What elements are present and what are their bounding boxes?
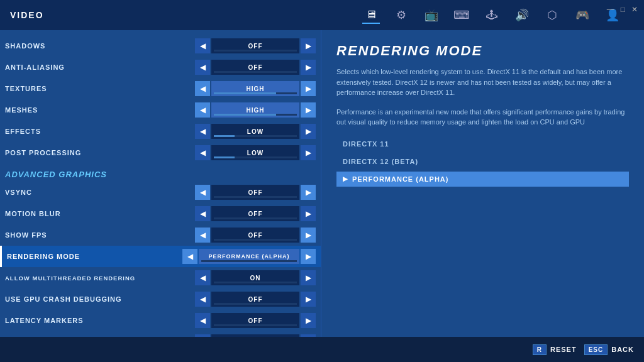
motion-blur-value: OFF [211, 206, 299, 221]
control-shadows: ◀ OFF ▶ [195, 38, 316, 53]
nvidia-reflex-decrease-button[interactable]: ◀ [195, 334, 210, 337]
option-arrow-icon: ▶ [343, 175, 348, 182]
setting-meshes[interactable]: MESHES ◀ HIGH ▶ [0, 99, 321, 121]
back-key-badge: ESC [584, 344, 608, 355]
reset-key-badge: R [533, 344, 547, 355]
motion-blur-decrease-button[interactable]: ◀ [195, 206, 210, 221]
shadows-increase-button[interactable]: ▶ [301, 38, 316, 53]
nvidia-reflex-increase-button[interactable]: ▶ [301, 334, 316, 337]
vsync-value: OFF [211, 185, 299, 200]
top-bar: VIDEO 🖥 ⚙ 📺 ⌨ 🕹 🔊 ⬡ 🎮 👤 — □ ✕ [0, 0, 644, 30]
control-textures: ◀ HIGH ▶ [195, 81, 316, 96]
setting-label-latency-markers: LATENCY MARKERS [5, 317, 195, 324]
control-meshes: ◀ HIGH ▶ [195, 102, 316, 118]
vsync-decrease-button[interactable]: ◀ [195, 185, 210, 200]
setting-label-effects: EFFECTS [5, 128, 195, 135]
textures-value: HIGH [211, 81, 299, 96]
rendering-mode-increase-button[interactable]: ▶ [301, 249, 316, 264]
setting-post-processing[interactable]: POST PROCESSING ◀ LOW ▶ [0, 142, 321, 163]
nav-settings-icon[interactable]: ⚙ [392, 6, 410, 24]
post-processing-value: LOW [211, 145, 299, 160]
control-latency-markers: ◀ OFF ▶ [195, 313, 316, 328]
setting-shadows[interactable]: SHADOWS ◀ OFF ▶ [0, 35, 321, 57]
close-button[interactable]: ✕ [631, 5, 638, 14]
option-directx12[interactable]: DIRECTX 12 (BETA) [336, 154, 629, 169]
nav-controller-icon[interactable]: 🎮 [574, 6, 591, 24]
meshes-increase-button[interactable]: ▶ [301, 102, 316, 118]
control-effects: ◀ LOW ▶ [195, 124, 316, 139]
setting-effects[interactable]: EFFECTS ◀ LOW ▶ [0, 121, 321, 142]
reset-button[interactable]: R RESET [533, 344, 577, 355]
anti-aliasing-value: OFF [211, 60, 299, 75]
setting-motion-blur[interactable]: MOTION BLUR ◀ OFF ▶ [0, 203, 321, 224]
control-multithreaded-rendering: ◀ ON ▶ [195, 270, 316, 285]
option-performance-alpha[interactable]: ▶ PERFORMANCE (ALPHA) [336, 172, 629, 187]
nav-network-icon[interactable]: ⬡ [543, 6, 561, 24]
setting-label-vsync: VSYNC [5, 189, 195, 196]
reset-label: RESET [550, 346, 577, 353]
nav-monitor-icon[interactable]: 🖥 [362, 6, 380, 24]
bottom-bar: R RESET ESC BACK [0, 337, 644, 362]
back-label: BACK [611, 346, 634, 353]
info-desc-1: Selects which low-level rendering system… [336, 67, 629, 98]
textures-increase-button[interactable]: ▶ [301, 81, 316, 96]
show-fps-value: OFF [211, 228, 299, 243]
maximize-button[interactable]: □ [621, 5, 625, 14]
shadows-decrease-button[interactable]: ◀ [195, 38, 210, 53]
multithreaded-decrease-button[interactable]: ◀ [195, 270, 210, 285]
gpu-crash-value: OFF [211, 292, 299, 307]
setting-show-fps[interactable]: SHOW FPS ◀ OFF ▶ [0, 224, 321, 246]
setting-label-gpu-crash: USE GPU CRASH DEBUGGING [5, 295, 195, 303]
vsync-increase-button[interactable]: ▶ [301, 185, 316, 200]
setting-gpu-crash[interactable]: USE GPU CRASH DEBUGGING ◀ OFF ▶ [0, 288, 321, 310]
info-title: RENDERING MODE [336, 43, 629, 59]
back-button[interactable]: ESC BACK [584, 344, 634, 355]
latency-markers-increase-button[interactable]: ▶ [301, 313, 316, 328]
rendering-mode-value: PERFORMANCE (ALPHA) [199, 249, 299, 264]
setting-latency-markers[interactable]: LATENCY MARKERS ◀ OFF ▶ [0, 310, 321, 331]
gpu-crash-increase-button[interactable]: ▶ [301, 292, 316, 307]
post-processing-increase-button[interactable]: ▶ [301, 145, 316, 160]
setting-nvidia-reflex[interactable]: NVIDIA REFLEX LOW LATENCY ◀ OFF ▶ [0, 331, 321, 337]
nav-display-icon[interactable]: 📺 [423, 6, 440, 24]
nav-audio-icon[interactable]: 🔊 [513, 6, 531, 24]
gpu-crash-decrease-button[interactable]: ◀ [195, 292, 210, 307]
option-directx11[interactable]: DIRECTX 11 [336, 136, 629, 151]
textures-decrease-button[interactable]: ◀ [195, 81, 210, 96]
multithreaded-increase-button[interactable]: ▶ [301, 270, 316, 285]
setting-label-motion-blur: MOTION BLUR [5, 210, 195, 217]
rendering-mode-decrease-button[interactable]: ◀ [182, 249, 197, 264]
show-fps-decrease-button[interactable]: ◀ [195, 228, 210, 243]
setting-label-shadows: SHADOWS [5, 42, 195, 50]
post-processing-decrease-button[interactable]: ◀ [195, 145, 210, 160]
advanced-graphics-header: ADVANCED GRAPHICS [0, 163, 321, 182]
effects-increase-button[interactable]: ▶ [301, 124, 316, 139]
option-directx11-label: DIRECTX 11 [343, 140, 389, 148]
window-controls: — □ ✕ [607, 5, 638, 14]
main-content: SHADOWS ◀ OFF ▶ ANTI-ALIASING ◀ OFF ▶ [0, 30, 644, 337]
control-post-processing: ◀ LOW ▶ [195, 145, 316, 160]
setting-rendering-mode[interactable]: RENDERING MODE ◀ PERFORMANCE (ALPHA) ▶ [0, 246, 321, 267]
minimize-button[interactable]: — [607, 5, 614, 14]
setting-label-multithreaded-rendering: ALLOW MULTITHREADED RENDERING [5, 275, 195, 282]
effects-decrease-button[interactable]: ◀ [195, 124, 210, 139]
nav-gamepad-icon[interactable]: 🕹 [483, 6, 501, 24]
control-nvidia-reflex: ◀ OFF ▶ [195, 334, 316, 337]
setting-multithreaded-rendering[interactable]: ALLOW MULTITHREADED RENDERING ◀ ON ▶ [0, 267, 321, 288]
nav-keyboard-icon[interactable]: ⌨ [453, 6, 470, 24]
latency-markers-decrease-button[interactable]: ◀ [195, 313, 210, 328]
setting-anti-aliasing[interactable]: ANTI-ALIASING ◀ OFF ▶ [0, 57, 321, 78]
info-desc-2: Performance is an experimental new mode … [336, 107, 629, 128]
setting-textures[interactable]: TEXTURES ◀ HIGH ▶ [0, 78, 321, 99]
setting-label-post-processing: POST PROCESSING [5, 149, 195, 156]
show-fps-increase-button[interactable]: ▶ [301, 228, 316, 243]
setting-label-anti-aliasing: ANTI-ALIASING [5, 63, 195, 71]
multithreaded-value: ON [211, 270, 299, 285]
settings-panel: SHADOWS ◀ OFF ▶ ANTI-ALIASING ◀ OFF ▶ [0, 30, 321, 337]
setting-vsync[interactable]: VSYNC ◀ OFF ▶ [0, 182, 321, 203]
page-title: VIDEO [10, 10, 44, 20]
anti-aliasing-increase-button[interactable]: ▶ [301, 60, 316, 75]
anti-aliasing-decrease-button[interactable]: ◀ [195, 60, 210, 75]
meshes-decrease-button[interactable]: ◀ [195, 102, 210, 118]
motion-blur-increase-button[interactable]: ▶ [301, 206, 316, 221]
